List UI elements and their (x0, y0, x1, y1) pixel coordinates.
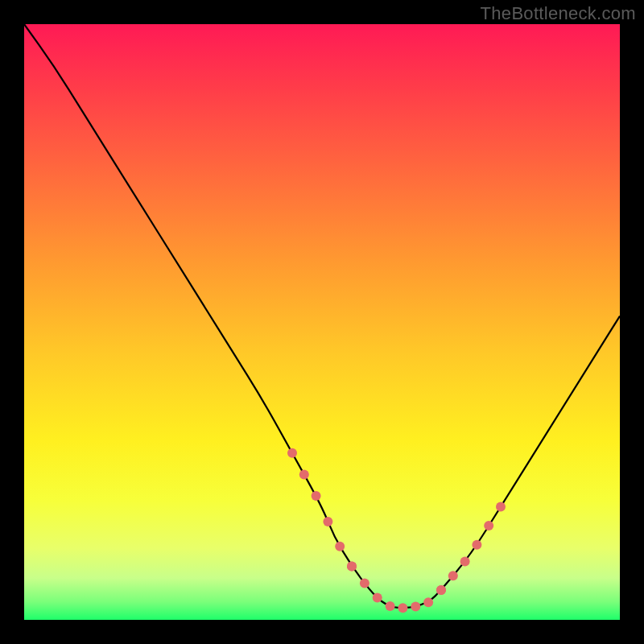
curve-dot (436, 585, 446, 595)
curve-dot (373, 593, 382, 603)
bottleneck-curve (24, 24, 620, 620)
curve-dot (460, 557, 470, 567)
watermark-text: TheBottleneck.com (481, 3, 636, 24)
curve-dot (423, 597, 433, 607)
curve-dot (386, 601, 395, 611)
curve-dot (323, 517, 332, 526)
curve-dot (287, 448, 297, 458)
curve-dot (347, 561, 357, 571)
curve-dot (411, 601, 420, 611)
curve-dot (472, 540, 481, 550)
curve-dot (299, 469, 309, 479)
curve-dot (335, 542, 345, 551)
curve-dot (484, 521, 493, 530)
curve-path (24, 24, 620, 608)
curve-dot (312, 491, 321, 501)
plot-area (24, 24, 620, 620)
curve-dot (360, 579, 369, 588)
curve-dots (287, 448, 506, 613)
curve-dot (398, 603, 407, 613)
chart-container: TheBottleneck.com (0, 0, 644, 644)
curve-dot (448, 571, 458, 580)
curve-dot (496, 502, 506, 511)
